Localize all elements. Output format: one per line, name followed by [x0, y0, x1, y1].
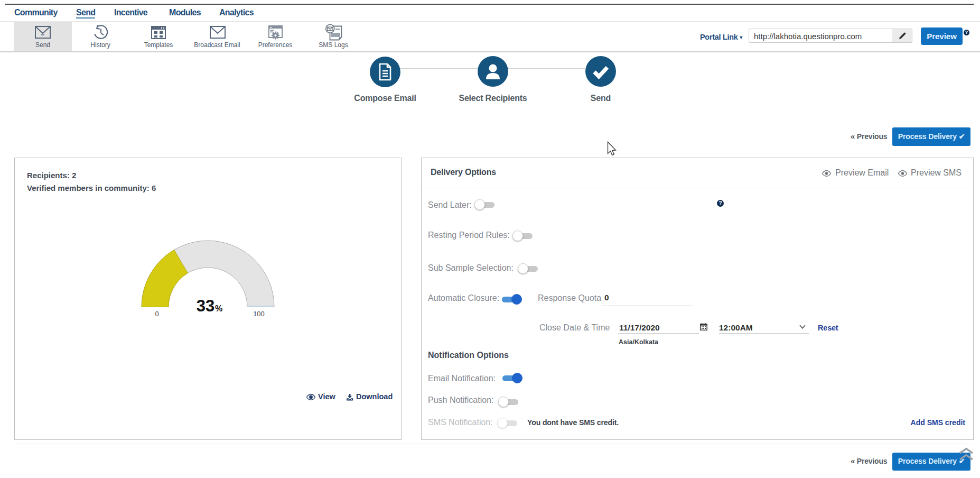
svg-text:%: % — [215, 304, 222, 313]
svg-text:100: 100 — [253, 310, 265, 318]
svg-text:0: 0 — [155, 310, 158, 318]
svg-text:33: 33 — [197, 297, 214, 315]
